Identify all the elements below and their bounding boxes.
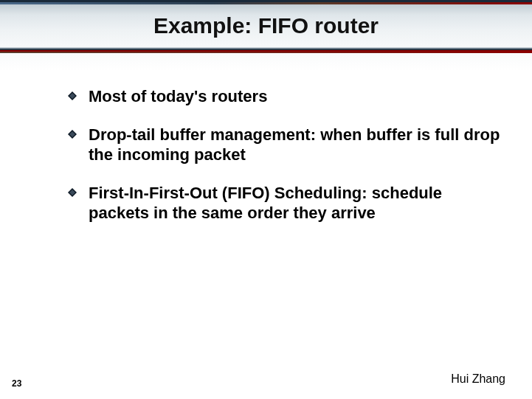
- page-number: 23: [12, 378, 21, 389]
- diamond-bullet-icon: [68, 130, 77, 139]
- slide: Example: FIFO router Most of today's rou…: [0, 0, 532, 399]
- author-name: Hui Zhang: [451, 372, 505, 386]
- header-stripe-top: [0, 2, 532, 4]
- header-stripe-bottom: [0, 47, 532, 52]
- diamond-bullet-icon: [68, 188, 77, 197]
- content-area: Most of today's routers Drop-tail buffer…: [68, 87, 502, 242]
- bullet-text: First-In-First-Out (FIFO) Scheduling: sc…: [89, 184, 442, 221]
- header-band: Example: FIFO router: [0, 0, 532, 71]
- bullet-text: Drop-tail buffer management: when buffer…: [89, 125, 500, 163]
- list-item: First-In-First-Out (FIFO) Scheduling: sc…: [68, 184, 502, 223]
- slide-title: Example: FIFO router: [0, 13, 532, 38]
- bullet-list: Most of today's routers Drop-tail buffer…: [68, 87, 502, 223]
- list-item: Most of today's routers: [68, 87, 502, 106]
- list-item: Drop-tail buffer management: when buffer…: [68, 125, 502, 164]
- diamond-bullet-icon: [68, 91, 77, 100]
- bullet-text: Most of today's routers: [89, 87, 267, 105]
